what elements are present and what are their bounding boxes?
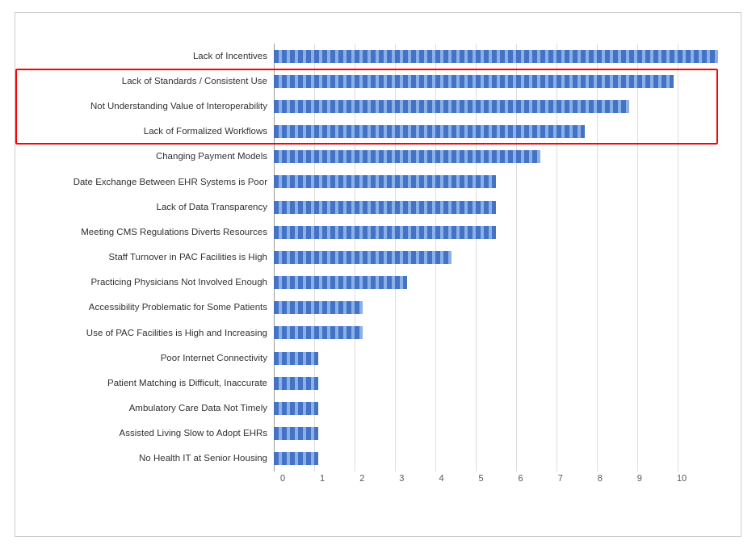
chart-container: Lack of IncentivesLack of Standards / Co… [15, 12, 741, 537]
plot-area [274, 44, 718, 471]
bar-row [274, 198, 718, 217]
bar [274, 352, 318, 365]
bar-row [274, 147, 718, 166]
bar-row [274, 424, 718, 443]
y-label: Assisted Living Slow to Adopt EHRs [120, 424, 267, 443]
bar [274, 326, 363, 339]
bar [274, 377, 318, 390]
bar [274, 201, 496, 214]
chart-body: Lack of IncentivesLack of Standards / Co… [23, 44, 716, 471]
y-label: Lack of Incentives [193, 47, 267, 66]
x-tick: 4 [439, 473, 478, 483]
y-label: Patient Matching is Difficult, Inaccurat… [107, 374, 267, 393]
bar-row [274, 349, 718, 368]
bar-row [274, 72, 718, 91]
y-label: Not Understanding Value of Interoperabil… [90, 97, 267, 116]
y-label: Poor Internet Connectivity [161, 349, 267, 368]
bar-row [274, 273, 718, 292]
y-label: Ambulatory Care Data Not Timely [129, 399, 267, 418]
bar [274, 276, 407, 289]
y-label: Accessibility Problematic for Some Patie… [89, 298, 267, 317]
bar [274, 427, 318, 440]
y-label: Use of PAC Facilities is High and Increa… [86, 323, 267, 342]
bar-row [274, 172, 718, 191]
bar [274, 125, 585, 138]
bar-row [274, 449, 718, 468]
bar [274, 75, 674, 88]
bar-row [274, 223, 718, 242]
bar [274, 50, 718, 63]
y-label: Staff Turnover in PAC Facilities is High [109, 248, 267, 267]
x-tick: 2 [359, 473, 399, 483]
bar [274, 226, 496, 239]
x-tick: 6 [519, 473, 558, 483]
x-tick: 3 [399, 473, 439, 483]
x-tick: 7 [558, 473, 598, 483]
x-tick: 1 [320, 473, 359, 483]
bar [274, 251, 452, 264]
y-axis-labels: Lack of IncentivesLack of Standards / Co… [23, 44, 274, 471]
y-label: Meeting CMS Regulations Diverts Resource… [81, 223, 267, 242]
x-tick: 0 [280, 473, 320, 483]
y-label: Lack of Data Transparency [157, 198, 267, 217]
x-tick: 9 [637, 473, 677, 483]
bar-row [274, 97, 718, 116]
y-label: Practicing Physicians Not Involved Enoug… [90, 273, 267, 292]
bar-row [274, 298, 718, 317]
bar [274, 402, 318, 415]
x-tick: 10 [677, 473, 716, 483]
y-label: Lack of Standards / Consistent Use [122, 72, 267, 91]
x-tick: 5 [478, 473, 518, 483]
bar-row [274, 47, 718, 66]
x-tick: 8 [598, 473, 637, 483]
bar-row [274, 399, 718, 418]
bar [274, 175, 496, 188]
x-axis-ticks: 012345678910 [280, 473, 716, 483]
y-label: Changing Payment Models [156, 147, 267, 166]
y-label: Date Exchange Between EHR Systems is Poo… [74, 172, 267, 191]
bar-row [274, 374, 718, 393]
y-label: Lack of Formalized Workflows [144, 122, 267, 141]
bar [274, 301, 363, 314]
bar [274, 150, 540, 163]
bar-row [274, 248, 718, 267]
bar-row [274, 122, 718, 141]
y-label: No Health IT at Senior Housing [139, 449, 267, 468]
bar [274, 452, 318, 465]
bar-row [274, 323, 718, 342]
bar [274, 100, 629, 113]
